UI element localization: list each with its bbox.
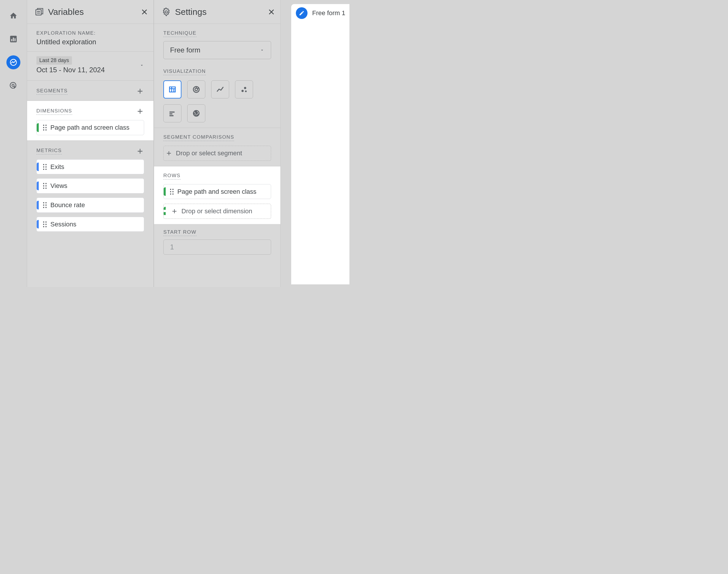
nav-home[interactable] bbox=[6, 9, 20, 23]
svg-point-37 bbox=[45, 226, 47, 227]
bar-horizontal-icon bbox=[168, 109, 177, 118]
exploration-name-input[interactable]: Untitled exploration bbox=[36, 38, 144, 46]
plus-icon bbox=[136, 107, 144, 115]
svg-rect-46 bbox=[170, 113, 172, 115]
technique-select[interactable]: Free form bbox=[163, 41, 271, 59]
svg-point-26 bbox=[43, 202, 44, 203]
viz-geo-button[interactable] bbox=[187, 104, 205, 122]
drag-handle-icon[interactable] bbox=[42, 163, 47, 170]
settings-header: Settings bbox=[154, 0, 280, 24]
dimensions-section: DIMENSIONS Page path and screen class bbox=[27, 101, 153, 141]
svg-rect-1 bbox=[11, 39, 12, 41]
drag-handle-icon[interactable] bbox=[42, 182, 47, 190]
viz-line-button[interactable] bbox=[211, 80, 229, 98]
add-segment-button[interactable] bbox=[136, 87, 144, 95]
rows-label: ROWS bbox=[163, 173, 181, 179]
svg-point-36 bbox=[43, 226, 44, 227]
metric-chip[interactable]: Views bbox=[36, 178, 144, 194]
svg-point-28 bbox=[43, 205, 44, 206]
drag-handle-icon[interactable] bbox=[42, 202, 47, 209]
segments-label: SEGMENTS bbox=[36, 88, 67, 95]
dropdown-arrow-icon bbox=[139, 63, 144, 68]
svg-point-22 bbox=[43, 185, 44, 187]
svg-point-30 bbox=[43, 207, 44, 208]
start-row-section: START ROW 1 bbox=[154, 224, 280, 255]
svg-rect-2 bbox=[13, 38, 14, 41]
metrics-section: METRICS Exits Views bbox=[27, 141, 153, 237]
date-range-text: Oct 15 - Nov 11, 2024 bbox=[36, 66, 105, 74]
svg-point-20 bbox=[43, 183, 44, 184]
svg-point-24 bbox=[43, 188, 44, 189]
nav-rail bbox=[0, 0, 27, 287]
svg-point-38 bbox=[165, 11, 168, 13]
metric-chip[interactable]: Bounce rate bbox=[36, 198, 144, 213]
table-icon bbox=[168, 85, 177, 94]
visualization-section: VISUALIZATION bbox=[154, 62, 280, 128]
segment-drop-label: Drop or select segment bbox=[176, 149, 242, 158]
bar-chart-icon bbox=[9, 35, 18, 43]
row-chip[interactable]: Page path and screen class bbox=[163, 184, 271, 199]
segment-drop-zone[interactable]: Drop or select segment bbox=[163, 146, 271, 161]
target-click-icon bbox=[9, 81, 18, 90]
viz-scatter-button[interactable] bbox=[235, 80, 253, 98]
svg-point-49 bbox=[170, 189, 171, 190]
add-metric-button[interactable] bbox=[136, 147, 144, 155]
svg-point-8 bbox=[43, 125, 44, 126]
date-range-selector[interactable]: Last 28 days Oct 15 - Nov 11, 2024 bbox=[27, 51, 153, 81]
variables-icon bbox=[35, 7, 44, 16]
row-drop-zone[interactable]: Drop or select dimension bbox=[163, 204, 271, 219]
nav-explore[interactable] bbox=[6, 55, 20, 69]
technique-section: TECHNIQUE Free form bbox=[154, 24, 280, 62]
svg-rect-3 bbox=[14, 38, 16, 41]
row-chip-label: Page path and screen class bbox=[177, 187, 257, 196]
svg-rect-45 bbox=[170, 112, 175, 113]
metric-chip[interactable]: Exits bbox=[36, 159, 144, 174]
svg-point-29 bbox=[45, 205, 47, 206]
svg-point-15 bbox=[45, 164, 47, 165]
drag-handle-icon[interactable] bbox=[169, 188, 174, 195]
svg-point-14 bbox=[43, 164, 44, 165]
add-dimension-button[interactable] bbox=[136, 107, 144, 115]
metrics-label: METRICS bbox=[36, 148, 62, 155]
svg-rect-47 bbox=[170, 115, 174, 116]
edit-tab-button[interactable] bbox=[296, 7, 308, 19]
svg-point-41 bbox=[195, 88, 198, 91]
svg-rect-7 bbox=[36, 10, 41, 15]
dimension-chip[interactable]: Page path and screen class bbox=[36, 120, 144, 135]
svg-point-12 bbox=[43, 129, 44, 130]
svg-point-54 bbox=[172, 193, 174, 194]
dimension-chip-label: Page path and screen class bbox=[50, 123, 130, 132]
viz-bar-button[interactable] bbox=[163, 104, 181, 122]
svg-point-52 bbox=[172, 191, 174, 192]
visualization-label: VISUALIZATION bbox=[163, 69, 206, 75]
viz-table-button[interactable] bbox=[163, 80, 181, 98]
segment-comparisons-section: SEGMENT COMPARISONS Drop or select segme… bbox=[154, 128, 280, 166]
start-row-input[interactable]: 1 bbox=[163, 240, 271, 255]
svg-point-34 bbox=[43, 223, 44, 224]
svg-point-19 bbox=[45, 168, 47, 170]
close-settings-button[interactable] bbox=[268, 8, 275, 16]
segments-section: SEGMENTS bbox=[27, 81, 153, 101]
chip-color-bar bbox=[164, 207, 166, 216]
drag-handle-icon[interactable] bbox=[42, 221, 47, 228]
svg-rect-39 bbox=[170, 87, 175, 92]
close-variables-button[interactable] bbox=[141, 8, 148, 16]
exploration-tab[interactable]: Free form 1 bbox=[291, 4, 350, 22]
svg-point-43 bbox=[244, 87, 246, 89]
explore-icon bbox=[9, 58, 17, 67]
svg-point-32 bbox=[43, 221, 44, 222]
svg-point-21 bbox=[45, 183, 47, 184]
nav-advertising[interactable] bbox=[6, 79, 20, 93]
svg-point-42 bbox=[241, 90, 244, 92]
svg-point-27 bbox=[45, 202, 47, 203]
nav-reports[interactable] bbox=[6, 32, 20, 46]
svg-point-9 bbox=[45, 125, 47, 126]
date-preset-label: Last 28 days bbox=[36, 56, 72, 65]
metric-chip[interactable]: Sessions bbox=[36, 217, 144, 232]
technique-label: TECHNIQUE bbox=[163, 30, 196, 37]
chip-color-bar bbox=[164, 187, 166, 196]
viz-donut-button[interactable] bbox=[187, 80, 205, 98]
drag-handle-icon[interactable] bbox=[42, 124, 47, 131]
svg-point-10 bbox=[43, 127, 44, 128]
settings-panel: Settings TECHNIQUE Free form VISUALIZATI… bbox=[154, 0, 281, 287]
